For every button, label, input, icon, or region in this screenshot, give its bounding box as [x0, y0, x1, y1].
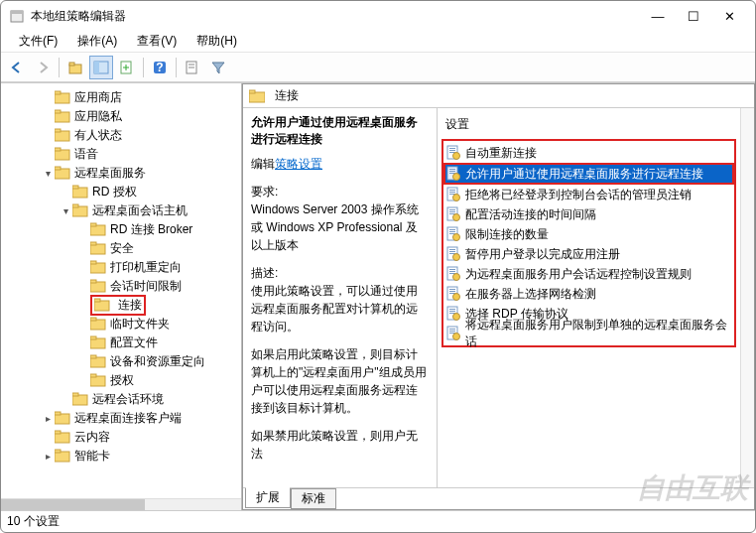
- tree-item[interactable]: 应用商店: [5, 88, 241, 106]
- filter-button[interactable]: [206, 56, 230, 79]
- setting-row[interactable]: 拒绝将已经登录到控制台会话的管理员注销: [443, 185, 734, 204]
- svg-rect-19: [55, 148, 61, 151]
- folder-icon: [90, 279, 106, 293]
- tree-item[interactable]: 设备和资源重定向: [5, 352, 241, 370]
- setting-row[interactable]: 在服务器上选择网络检测: [443, 284, 734, 304]
- details-header: 连接: [243, 84, 754, 108]
- folder-icon: [90, 335, 106, 349]
- setting-row[interactable]: 自动重新连接: [443, 143, 734, 163]
- tree-item[interactable]: ▾远程桌面服务: [5, 164, 241, 182]
- tree-item[interactable]: 会话时间限制: [5, 277, 241, 295]
- tree-item[interactable]: RD 授权: [5, 183, 241, 200]
- details-pane: 连接 允许用户通过使用远程桌面服务进行远程连接 编辑策略设置 要求: Windo…: [242, 83, 755, 510]
- expander-icon[interactable]: ▸: [41, 413, 55, 424]
- tree-item[interactable]: ▸智能卡: [5, 447, 241, 465]
- tree-item-label: 应用商店: [74, 89, 122, 106]
- folder-icon: [55, 430, 70, 444]
- tree-view[interactable]: 应用商店应用隐私有人状态语音▾远程桌面服务RD 授权▾远程桌面会话主机RD 连接…: [1, 83, 241, 498]
- tree-item[interactable]: ▸远程桌面连接客户端: [5, 409, 241, 427]
- policy-icon: [445, 286, 461, 302]
- vertical-scrollbar[interactable]: [740, 108, 754, 487]
- setting-row[interactable]: 允许用户通过使用远程桌面服务进行远程连接: [443, 163, 734, 185]
- expander-icon[interactable]: ▾: [59, 205, 72, 216]
- export-button[interactable]: [115, 56, 139, 79]
- tree-item-label: 远程桌面服务: [74, 165, 146, 182]
- details-header-title: 连接: [275, 87, 299, 104]
- svg-text:?: ?: [156, 61, 163, 74]
- forward-button[interactable]: [31, 56, 55, 79]
- maximize-button[interactable]: ☐: [676, 2, 711, 30]
- show-tree-button[interactable]: [89, 56, 113, 79]
- tree-item-label: RD 连接 Broker: [110, 221, 192, 238]
- tree-item-label: 授权: [110, 372, 134, 389]
- settings-header[interactable]: 设置: [441, 114, 736, 139]
- requirements-text: Windows Server 2003 操作系统或 Windows XP Pro…: [251, 200, 429, 254]
- tree-item[interactable]: 打印机重定向: [5, 258, 241, 276]
- settings-list[interactable]: 自动重新连接允许用户通过使用远程桌面服务进行远程连接拒绝将已经登录到控制台会话的…: [441, 139, 736, 347]
- svg-rect-13: [55, 91, 61, 94]
- content-area: 应用商店应用隐私有人状态语音▾远程桌面服务RD 授权▾远程桌面会话主机RD 连接…: [1, 82, 755, 510]
- up-button[interactable]: [63, 56, 87, 79]
- app-icon: [9, 8, 25, 24]
- minimize-button[interactable]: —: [640, 2, 676, 30]
- tree-item[interactable]: RD 连接 Broker: [5, 220, 241, 238]
- expander-icon[interactable]: ▸: [41, 451, 55, 462]
- policy-icon: [445, 187, 461, 202]
- folder-icon: [90, 354, 106, 368]
- tree-item-label: 语音: [74, 146, 98, 163]
- setting-row[interactable]: 将远程桌面服务用户限制到单独的远程桌面服务会话: [443, 324, 734, 343]
- menu-view[interactable]: 查看(V): [129, 31, 185, 52]
- setting-row[interactable]: 限制连接的数量: [443, 224, 734, 244]
- tree-item-label: 应用隐私: [74, 108, 122, 125]
- tree-item[interactable]: 连接: [5, 296, 241, 314]
- help-button[interactable]: ?: [148, 56, 172, 79]
- menu-file[interactable]: 文件(F): [11, 31, 65, 52]
- toolbar: ?: [1, 53, 755, 82]
- tree-item[interactable]: 云内容: [5, 428, 241, 446]
- tree-item[interactable]: 授权: [5, 371, 241, 389]
- setting-label: 在服务器上选择网络检测: [465, 286, 596, 303]
- tree-item-label: 临时文件夹: [110, 316, 170, 333]
- edit-policy-link[interactable]: 策略设置: [275, 157, 322, 171]
- svg-rect-95: [449, 309, 455, 310]
- expander-icon[interactable]: ▾: [41, 168, 55, 179]
- tree-item-label: 有人状态: [74, 127, 122, 144]
- status-text: 10 个设置: [7, 513, 60, 530]
- title-bar: 本地组策略编辑器 — ☐ ✕: [1, 1, 755, 31]
- tab-standard[interactable]: 标准: [291, 488, 336, 509]
- close-button[interactable]: ✕: [711, 2, 747, 30]
- setting-row[interactable]: 暂停用户登录以完成应用注册: [443, 244, 734, 264]
- properties-button[interactable]: [181, 56, 204, 79]
- toolbar-separator: [143, 58, 144, 77]
- tree-item[interactable]: 配置文件: [5, 333, 241, 351]
- setting-row[interactable]: 为远程桌面服务用户会话远程控制设置规则: [443, 264, 734, 284]
- menu-help[interactable]: 帮助(H): [189, 31, 245, 52]
- svg-point-78: [453, 234, 460, 241]
- tree-item[interactable]: ▾远程桌面会话主机: [5, 201, 241, 219]
- svg-rect-31: [90, 261, 96, 264]
- tab-extended[interactable]: 扩展: [245, 487, 291, 508]
- horizontal-scrollbar[interactable]: [1, 498, 241, 510]
- svg-rect-47: [55, 412, 61, 415]
- svg-rect-53: [249, 90, 255, 93]
- folder-icon: [55, 128, 70, 142]
- svg-rect-51: [55, 450, 61, 453]
- svg-point-63: [453, 174, 460, 181]
- tree-item[interactable]: 临时文件夹: [5, 315, 241, 333]
- tree-item-label: 连接: [118, 297, 142, 314]
- window-title: 本地组策略编辑器: [31, 8, 640, 25]
- tree-item[interactable]: 有人状态: [5, 126, 241, 144]
- tree-item[interactable]: 远程会话环境: [5, 390, 241, 408]
- tree-item[interactable]: 应用隐私: [5, 107, 241, 125]
- tree-item[interactable]: 语音: [5, 145, 241, 163]
- folder-icon: [72, 392, 88, 406]
- tree-item-label: 远程桌面会话主机: [92, 202, 188, 219]
- svg-rect-15: [55, 110, 61, 113]
- menu-action[interactable]: 操作(A): [69, 31, 125, 52]
- description-label: 描述:: [251, 264, 429, 282]
- setting-label: 自动重新连接: [465, 145, 537, 162]
- tree-item[interactable]: 安全: [5, 239, 241, 257]
- setting-row[interactable]: 配置活动连接的时间间隔: [443, 204, 734, 224]
- policy-icon: [445, 246, 461, 262]
- back-button[interactable]: [5, 56, 29, 79]
